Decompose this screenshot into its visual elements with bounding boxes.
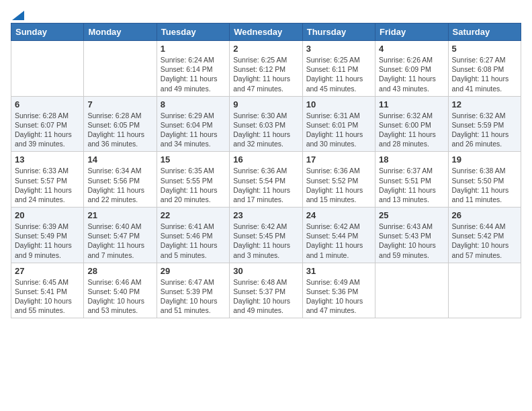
day-number: 11: [379, 99, 444, 109]
day-number: 2: [233, 44, 298, 54]
day-number: 8: [161, 99, 226, 109]
day-info: Sunrise: 6:42 AM Sunset: 5:44 PM Dayligh…: [306, 222, 371, 260]
day-info: Sunrise: 6:38 AM Sunset: 5:50 PM Dayligh…: [452, 166, 517, 204]
calendar-cell: 31Sunrise: 6:49 AM Sunset: 5:36 PM Dayli…: [302, 263, 375, 318]
day-number: 30: [233, 266, 298, 276]
calendar-cell: 9Sunrise: 6:30 AM Sunset: 6:03 PM Daylig…: [230, 96, 302, 152]
day-info: Sunrise: 6:36 AM Sunset: 5:52 PM Dayligh…: [306, 166, 371, 204]
day-number: 1: [161, 44, 226, 54]
day-info: Sunrise: 6:47 AM Sunset: 5:39 PM Dayligh…: [161, 277, 226, 316]
day-number: 25: [379, 210, 444, 220]
day-info: Sunrise: 6:43 AM Sunset: 5:43 PM Dayligh…: [379, 222, 444, 260]
calendar-cell: 7Sunrise: 6:28 AM Sunset: 6:05 PM Daylig…: [84, 96, 157, 152]
header-wednesday: Wednesday: [230, 24, 302, 41]
day-number: 9: [233, 99, 298, 109]
calendar-cell: 19Sunrise: 6:38 AM Sunset: 5:50 PM Dayli…: [448, 152, 521, 208]
day-number: 20: [15, 210, 80, 220]
calendar-cell: 1Sunrise: 6:24 AM Sunset: 6:14 PM Daylig…: [157, 41, 229, 97]
day-number: 21: [87, 210, 152, 220]
calendar-header-row: SundayMondayTuesdayWednesdayThursdayFrid…: [11, 24, 521, 41]
day-info: Sunrise: 6:32 AM Sunset: 6:00 PM Dayligh…: [379, 111, 444, 149]
calendar-cell: [84, 41, 157, 97]
header-sunday: Sunday: [11, 24, 84, 41]
calendar-cell: 6Sunrise: 6:28 AM Sunset: 6:07 PM Daylig…: [11, 96, 84, 152]
day-info: Sunrise: 6:40 AM Sunset: 5:47 PM Dayligh…: [87, 222, 152, 260]
day-number: 27: [15, 266, 80, 276]
calendar-cell: 18Sunrise: 6:37 AM Sunset: 5:51 PM Dayli…: [375, 152, 448, 208]
day-info: Sunrise: 6:25 AM Sunset: 6:11 PM Dayligh…: [306, 55, 371, 93]
day-info: Sunrise: 6:25 AM Sunset: 6:12 PM Dayligh…: [233, 55, 298, 93]
calendar-cell: 17Sunrise: 6:36 AM Sunset: 5:52 PM Dayli…: [302, 152, 375, 208]
calendar-cell: 22Sunrise: 6:41 AM Sunset: 5:46 PM Dayli…: [157, 208, 229, 263]
day-number: 23: [233, 210, 298, 220]
day-info: Sunrise: 6:31 AM Sunset: 6:01 PM Dayligh…: [306, 111, 371, 149]
calendar-cell: 30Sunrise: 6:48 AM Sunset: 5:37 PM Dayli…: [230, 263, 302, 318]
day-info: Sunrise: 6:24 AM Sunset: 6:14 PM Dayligh…: [161, 55, 226, 93]
day-number: 7: [87, 99, 152, 109]
day-info: Sunrise: 6:33 AM Sunset: 5:57 PM Dayligh…: [15, 166, 80, 204]
header-saturday: Saturday: [448, 24, 521, 41]
calendar-cell: 11Sunrise: 6:32 AM Sunset: 6:00 PM Dayli…: [375, 96, 448, 152]
day-info: Sunrise: 6:26 AM Sunset: 6:09 PM Dayligh…: [379, 55, 444, 93]
day-number: 29: [161, 266, 226, 276]
header-tuesday: Tuesday: [157, 24, 229, 41]
day-number: 26: [452, 210, 517, 220]
calendar-cell: 25Sunrise: 6:43 AM Sunset: 5:43 PM Dayli…: [375, 208, 448, 263]
day-info: Sunrise: 6:39 AM Sunset: 5:49 PM Dayligh…: [15, 222, 80, 260]
calendar-cell: 21Sunrise: 6:40 AM Sunset: 5:47 PM Dayli…: [84, 208, 157, 263]
calendar-cell: 16Sunrise: 6:36 AM Sunset: 5:54 PM Dayli…: [230, 152, 302, 208]
calendar-week-3: 13Sunrise: 6:33 AM Sunset: 5:57 PM Dayli…: [11, 152, 521, 208]
header-thursday: Thursday: [302, 24, 375, 41]
calendar-week-4: 20Sunrise: 6:39 AM Sunset: 5:49 PM Dayli…: [11, 208, 521, 263]
day-info: Sunrise: 6:28 AM Sunset: 6:07 PM Dayligh…: [15, 111, 80, 149]
header-friday: Friday: [375, 24, 448, 41]
day-number: 4: [379, 44, 444, 54]
logo: [11, 11, 24, 17]
day-number: 28: [87, 266, 152, 276]
calendar-cell: 24Sunrise: 6:42 AM Sunset: 5:44 PM Dayli…: [302, 208, 375, 263]
day-info: Sunrise: 6:46 AM Sunset: 5:40 PM Dayligh…: [87, 277, 152, 316]
day-number: 6: [15, 99, 80, 109]
calendar-week-5: 27Sunrise: 6:45 AM Sunset: 5:41 PM Dayli…: [11, 263, 521, 318]
calendar-cell: 4Sunrise: 6:26 AM Sunset: 6:09 PM Daylig…: [375, 41, 448, 97]
day-info: Sunrise: 6:30 AM Sunset: 6:03 PM Dayligh…: [233, 111, 298, 149]
day-number: 5: [452, 44, 517, 54]
calendar-cell: 15Sunrise: 6:35 AM Sunset: 5:55 PM Dayli…: [157, 152, 229, 208]
day-number: 19: [452, 154, 517, 165]
day-info: Sunrise: 6:29 AM Sunset: 6:04 PM Dayligh…: [161, 111, 226, 149]
calendar-cell: 23Sunrise: 6:42 AM Sunset: 5:45 PM Dayli…: [230, 208, 302, 263]
day-number: 18: [379, 154, 444, 165]
calendar-week-1: 1Sunrise: 6:24 AM Sunset: 6:14 PM Daylig…: [11, 41, 521, 97]
svg-marker-0: [12, 11, 24, 20]
day-number: 10: [306, 99, 371, 109]
calendar: SundayMondayTuesdayWednesdayThursdayFrid…: [11, 23, 521, 318]
day-info: Sunrise: 6:35 AM Sunset: 5:55 PM Dayligh…: [161, 166, 226, 204]
calendar-cell: 8Sunrise: 6:29 AM Sunset: 6:04 PM Daylig…: [157, 96, 229, 152]
calendar-cell: 29Sunrise: 6:47 AM Sunset: 5:39 PM Dayli…: [157, 263, 229, 318]
calendar-cell: 2Sunrise: 6:25 AM Sunset: 6:12 PM Daylig…: [230, 41, 302, 97]
day-info: Sunrise: 6:27 AM Sunset: 6:08 PM Dayligh…: [452, 55, 517, 93]
calendar-cell: 10Sunrise: 6:31 AM Sunset: 6:01 PM Dayli…: [302, 96, 375, 152]
day-info: Sunrise: 6:28 AM Sunset: 6:05 PM Dayligh…: [87, 111, 152, 149]
day-info: Sunrise: 6:36 AM Sunset: 5:54 PM Dayligh…: [233, 166, 298, 204]
calendar-cell: 13Sunrise: 6:33 AM Sunset: 5:57 PM Dayli…: [11, 152, 84, 208]
calendar-cell: [448, 263, 521, 318]
calendar-cell: 26Sunrise: 6:44 AM Sunset: 5:42 PM Dayli…: [448, 208, 521, 263]
day-info: Sunrise: 6:41 AM Sunset: 5:46 PM Dayligh…: [161, 222, 226, 260]
header: [11, 11, 521, 17]
day-info: Sunrise: 6:34 AM Sunset: 5:56 PM Dayligh…: [87, 166, 152, 204]
calendar-cell: 20Sunrise: 6:39 AM Sunset: 5:49 PM Dayli…: [11, 208, 84, 263]
day-number: 3: [306, 44, 371, 54]
calendar-cell: 27Sunrise: 6:45 AM Sunset: 5:41 PM Dayli…: [11, 263, 84, 318]
calendar-cell: 3Sunrise: 6:25 AM Sunset: 6:11 PM Daylig…: [302, 41, 375, 97]
day-number: 14: [87, 154, 152, 165]
calendar-week-2: 6Sunrise: 6:28 AM Sunset: 6:07 PM Daylig…: [11, 96, 521, 152]
day-number: 22: [161, 210, 226, 220]
calendar-cell: 12Sunrise: 6:32 AM Sunset: 5:59 PM Dayli…: [448, 96, 521, 152]
day-number: 12: [452, 99, 517, 109]
day-info: Sunrise: 6:32 AM Sunset: 5:59 PM Dayligh…: [452, 111, 517, 149]
day-info: Sunrise: 6:49 AM Sunset: 5:36 PM Dayligh…: [306, 277, 371, 316]
day-number: 17: [306, 154, 371, 165]
day-info: Sunrise: 6:45 AM Sunset: 5:41 PM Dayligh…: [15, 277, 80, 316]
day-number: 31: [306, 266, 371, 276]
